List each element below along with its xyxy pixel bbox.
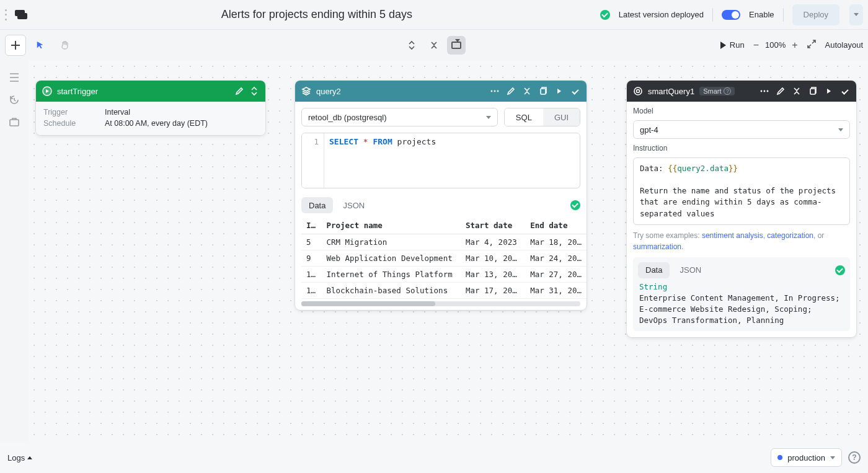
duplicate-icon[interactable] <box>808 86 818 96</box>
col-id[interactable]: I… <box>301 217 321 234</box>
page-title: Alerts for projects ending within 5 days <box>33 8 600 21</box>
table-row[interactable]: 5 CRM Migration Mar 4, 2023 Mar 18, 20… <box>301 234 587 250</box>
expand-all-button[interactable] <box>402 36 421 55</box>
edit-icon[interactable] <box>506 86 516 96</box>
add-block-button[interactable] <box>5 35 26 56</box>
tab-data[interactable]: Data <box>638 262 670 278</box>
connection-select[interactable]: retool_db (postgresql) <box>301 108 498 126</box>
run-node-button[interactable] <box>824 86 834 96</box>
autolayout-button[interactable]: Autolayout <box>825 40 863 50</box>
ai-result-panel: Data JSON String Enterprise Content Mana… <box>633 257 850 331</box>
model-select[interactable]: gpt-4 <box>633 120 850 139</box>
logs-toggle[interactable]: Logs <box>7 453 32 462</box>
svg-point-6 <box>634 87 642 95</box>
trigger-type-value: Interval <box>105 108 258 117</box>
help-icon[interactable]: ? <box>724 87 731 95</box>
instruction-body: Return the name and status of the projec… <box>640 186 836 218</box>
example-link-sentiment[interactable]: sentiment analysis <box>702 231 763 240</box>
zoom-controls: − 100% + <box>753 40 798 51</box>
zoom-out-button[interactable]: − <box>753 40 759 51</box>
canvas-wrap: startTrigger Trigger Interval Schedule A… <box>0 61 868 442</box>
run-node-button[interactable] <box>554 86 564 96</box>
toolbar-left-group <box>5 35 76 56</box>
smart-badge: Smart ? <box>699 87 735 95</box>
drag-handle-icon[interactable] <box>5 9 11 20</box>
cell-start: Mar 13, 20… <box>461 267 525 283</box>
node-query2[interactable]: query2 retool_db (postgresql) SQL <box>295 81 587 310</box>
node-header[interactable]: query2 <box>295 81 587 102</box>
cursor-icon <box>36 41 45 50</box>
mode-gui-tab[interactable]: GUI <box>543 108 580 126</box>
more-icon[interactable] <box>760 86 769 96</box>
edit-icon[interactable] <box>234 86 244 96</box>
result-table-wrap: I… Project name Start date End date 5 CR… <box>295 217 587 299</box>
expand-node-icon[interactable] <box>249 86 259 96</box>
node-header-actions <box>490 86 580 96</box>
collapse-all-button[interactable] <box>425 36 443 55</box>
fit-view-button[interactable] <box>807 39 817 51</box>
run-label: Run <box>730 40 745 50</box>
enable-toggle[interactable] <box>722 10 740 20</box>
table-row[interactable]: 1… Blockchain-based Solutions Mar 17, 20… <box>301 283 587 299</box>
instruction-label: Instruction <box>633 144 850 153</box>
node-title: smartQuery1 <box>648 87 694 96</box>
table-row[interactable]: 9 Web Application Development Mar 10, 20… <box>301 250 587 267</box>
canvas[interactable]: startTrigger Trigger Interval Schedule A… <box>29 61 868 442</box>
more-icon[interactable] <box>490 86 500 96</box>
top-right-group: Latest version deployed Enable Deploy <box>600 4 863 25</box>
pan-tool-button[interactable] <box>55 35 76 56</box>
col-end[interactable]: End date <box>525 217 587 234</box>
help-button[interactable]: ? <box>848 451 861 464</box>
instruction-input[interactable]: Data: {{query2.data}}Return the name and… <box>633 157 850 225</box>
collapse-node-icon[interactable] <box>792 86 802 96</box>
col-start[interactable]: Start date <box>461 217 525 234</box>
example-link-categorization[interactable]: categorization <box>767 231 813 240</box>
toolbar-right-group: Run − 100% + Autolayout <box>720 39 863 51</box>
node-header[interactable]: startTrigger <box>36 81 265 102</box>
node-header[interactable]: smartQuery1 Smart ? <box>627 81 856 102</box>
op-star: * <box>363 137 368 146</box>
cell-start: Mar 17, 20… <box>461 283 525 299</box>
environment-select[interactable]: production <box>771 448 842 467</box>
history-panel-icon[interactable] <box>9 94 20 105</box>
result-tabs: Data JSON <box>638 261 845 282</box>
minimap-toggle-button[interactable] <box>447 36 466 55</box>
editor-content[interactable]: SELECT * FROM projects <box>324 133 580 188</box>
svg-point-8 <box>761 91 763 92</box>
examples-prefix: Try some examples: <box>633 231 702 240</box>
divider <box>712 8 713 22</box>
example-link-summarization[interactable]: summarization <box>633 242 681 251</box>
run-button[interactable]: Run <box>720 40 745 50</box>
model-label: Model <box>633 107 850 115</box>
chevron-down-icon <box>830 456 835 459</box>
mode-sql-tab[interactable]: SQL <box>505 108 543 126</box>
tab-json[interactable]: JSON <box>672 262 709 278</box>
blocks-panel-icon[interactable] <box>9 117 20 128</box>
duplicate-icon[interactable] <box>538 86 548 96</box>
node-smartquery1[interactable]: smartQuery1 Smart ? Model g <box>627 81 856 337</box>
status-ok-icon <box>570 86 580 96</box>
zoom-in-button[interactable]: + <box>792 40 797 51</box>
tab-json[interactable]: JSON <box>335 197 372 213</box>
table-row[interactable]: 1… Internet of Things Platform Mar 13, 2… <box>301 267 587 283</box>
examples-or: , or <box>813 231 824 240</box>
node-start-trigger[interactable]: startTrigger Trigger Interval Schedule A… <box>36 81 265 135</box>
fit-view-icon <box>807 39 817 49</box>
result-type-label: String <box>638 282 845 291</box>
env-status-dot-icon <box>777 455 782 460</box>
sql-editor[interactable]: 1 SELECT * FROM projects <box>301 133 580 188</box>
cell-start: Mar 4, 2023 <box>461 234 525 250</box>
tab-data[interactable]: Data <box>301 197 333 213</box>
outline-panel-icon[interactable] <box>9 72 20 83</box>
select-tool-button[interactable] <box>30 35 51 56</box>
bottom-bar: Logs production ? <box>0 442 868 473</box>
deploy-menu-button[interactable] <box>849 4 863 25</box>
col-name[interactable]: Project name <box>321 217 460 234</box>
edit-icon[interactable] <box>776 86 786 96</box>
horizontal-scrollbar[interactable] <box>301 301 580 306</box>
collapse-node-icon[interactable] <box>522 86 532 96</box>
deploy-button[interactable]: Deploy <box>792 4 839 25</box>
workflow-icon[interactable] <box>15 10 27 20</box>
chevrons-collapse-icon <box>429 40 439 50</box>
deploy-button-label: Deploy <box>804 10 828 19</box>
